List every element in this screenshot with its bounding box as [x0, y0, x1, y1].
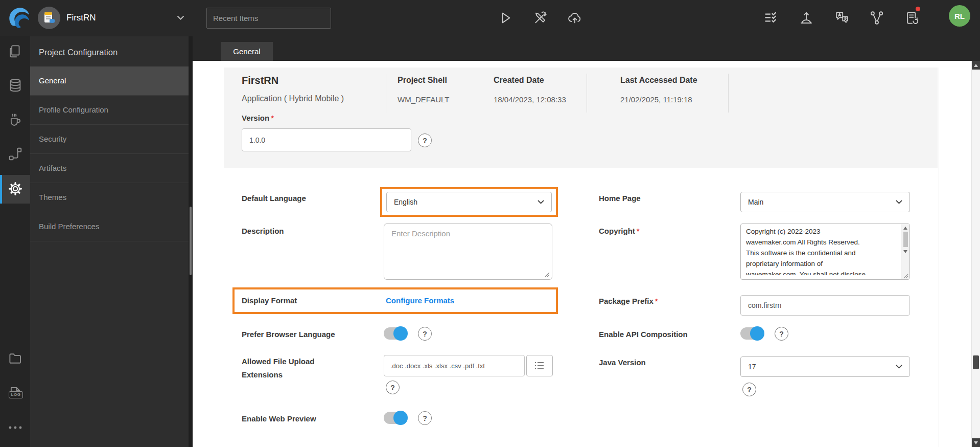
enable-api-composition-help-icon[interactable]: ? — [775, 327, 788, 341]
recent-items-input[interactable] — [206, 8, 331, 29]
sidebar-item-general[interactable]: General — [30, 66, 189, 96]
allowed-extensions-input[interactable] — [384, 355, 525, 376]
home-page-select[interactable]: Main — [740, 192, 910, 212]
rail-files-button[interactable] — [8, 351, 23, 366]
created-date-label: Created Date — [494, 76, 544, 85]
rail-logs-button[interactable]: LOG — [8, 385, 23, 400]
java-version-help-icon[interactable]: ? — [742, 383, 756, 396]
user-avatar[interactable]: RL — [949, 5, 970, 27]
project-switcher-chevron-icon[interactable] — [177, 15, 184, 20]
copyright-textarea[interactable]: Copyright (c) 2022-2023 wavemaker.com Al… — [740, 223, 910, 280]
branch-merge-icon — [869, 10, 884, 26]
summary-divider — [386, 74, 386, 113]
play-icon — [497, 10, 512, 26]
localization-button[interactable] — [834, 10, 850, 26]
user-initials: RL — [954, 12, 965, 20]
sidebar-item-profile-configuration[interactable]: Profile Configuration — [30, 96, 189, 125]
project-shell-label: Project Shell — [398, 76, 447, 85]
extensions-list-button[interactable] — [526, 355, 553, 376]
sidebar-item-security[interactable]: Security — [30, 125, 189, 154]
prefer-browser-language-help-icon[interactable]: ? — [418, 327, 432, 341]
version-help-icon[interactable]: ? — [418, 133, 432, 147]
created-date-value: 18/04/2023, 12:08:33 — [494, 95, 566, 104]
summary-divider — [587, 74, 587, 113]
page-scroll-thumb[interactable] — [973, 355, 979, 369]
rail-more-button[interactable] — [8, 424, 22, 431]
configure-formats-link[interactable]: Configure Formats — [386, 296, 454, 305]
help-glyph: ? — [747, 386, 752, 394]
sidebar-title: Project Configuration — [39, 48, 118, 57]
scroll-down-arrow[interactable] — [903, 250, 907, 253]
chevron-down-icon — [896, 200, 902, 204]
java-version-label: Java Version — [599, 358, 646, 367]
last-accessed-label: Last Accessed Date — [620, 76, 697, 85]
java-version-select[interactable]: 17 — [740, 356, 910, 377]
rail-apis-button[interactable] — [8, 146, 23, 162]
content-tab-strip — [193, 36, 980, 61]
resize-grip-icon[interactable] — [904, 274, 908, 278]
allowed-extensions-label-line2: Extensions — [242, 370, 283, 379]
project-name: FirstRN — [66, 13, 96, 23]
enable-web-preview-toggle[interactable] — [384, 412, 407, 424]
checklist-icon — [763, 10, 779, 26]
help-glyph: ? — [423, 330, 427, 338]
project-checklist-button[interactable] — [763, 10, 779, 26]
project-summary-card — [224, 68, 938, 168]
description-label: Description — [242, 227, 284, 236]
allowed-extensions-label-line1: Allowed File Upload — [242, 357, 315, 366]
last-accessed-value: 21/02/2025, 11:19:18 — [620, 95, 692, 104]
copyright-scroll-thumb[interactable] — [903, 232, 908, 247]
sidebar-scrollbar-thumb[interactable] — [190, 207, 192, 275]
prefer-browser-language-toggle[interactable] — [384, 327, 407, 340]
rail-database-button[interactable] — [8, 78, 23, 93]
tools-icon — [532, 10, 548, 26]
default-language-select[interactable]: English — [386, 192, 552, 212]
copyright-scrollbar[interactable] — [901, 224, 909, 279]
list-icon — [534, 361, 545, 370]
deploy-button[interactable] — [567, 10, 582, 26]
sidebar-item-build-preferences[interactable]: Build Preferences — [30, 212, 189, 241]
project-avatar[interactable] — [38, 7, 60, 29]
wavemaker-logo — [7, 5, 30, 31]
file-sync-button[interactable] — [904, 10, 920, 26]
page-scroll-up-arrow[interactable] — [972, 61, 980, 70]
translate-chat-icon — [834, 10, 850, 26]
export-project-button[interactable] — [799, 10, 814, 26]
rail-pages-button[interactable] — [8, 43, 23, 59]
enable-api-composition-toggle[interactable] — [740, 327, 764, 340]
pages-icon — [8, 43, 23, 59]
package-prefix-input[interactable] — [740, 295, 910, 316]
ellipsis-icon — [8, 424, 22, 431]
help-glyph: ? — [390, 384, 395, 392]
scroll-up-arrow[interactable] — [903, 227, 907, 230]
version-control-button[interactable] — [869, 10, 884, 26]
help-glyph: ? — [779, 330, 784, 338]
resize-grip-icon[interactable] — [545, 272, 550, 277]
rail-java-services-button[interactable] — [8, 112, 23, 127]
rail-settings-button[interactable] — [8, 181, 23, 196]
copyright-label: Copyright* — [599, 227, 640, 236]
description-textarea[interactable] — [384, 223, 552, 280]
sidebar-item-artifacts[interactable]: Artifacts — [30, 154, 189, 183]
page-scrollbar[interactable] — [971, 61, 980, 447]
cloud-upload-icon — [567, 10, 582, 26]
project-shell-value: WM_DEFAULT — [398, 95, 449, 104]
allowed-extensions-help-icon[interactable]: ? — [386, 381, 400, 394]
project-title: FirstRN — [242, 75, 278, 86]
chevron-down-icon — [896, 365, 902, 369]
toggle-knob — [393, 411, 408, 425]
required-asterisk: * — [637, 227, 640, 235]
toggle-knob — [393, 326, 408, 341]
top-bar — [0, 0, 980, 36]
tab-general[interactable]: General — [221, 42, 273, 61]
page-scroll-down-arrow[interactable] — [972, 438, 980, 447]
help-glyph: ? — [423, 414, 427, 422]
version-input[interactable] — [242, 128, 411, 151]
enable-web-preview-help-icon[interactable]: ? — [418, 411, 432, 425]
file-sync-icon — [904, 10, 920, 26]
sidebar-item-themes[interactable]: Themes — [30, 183, 189, 212]
run-preview-button[interactable] — [497, 10, 512, 26]
java-version-value: 17 — [741, 363, 896, 371]
build-tools-button[interactable] — [532, 10, 548, 26]
version-label: Version* — [242, 114, 274, 123]
